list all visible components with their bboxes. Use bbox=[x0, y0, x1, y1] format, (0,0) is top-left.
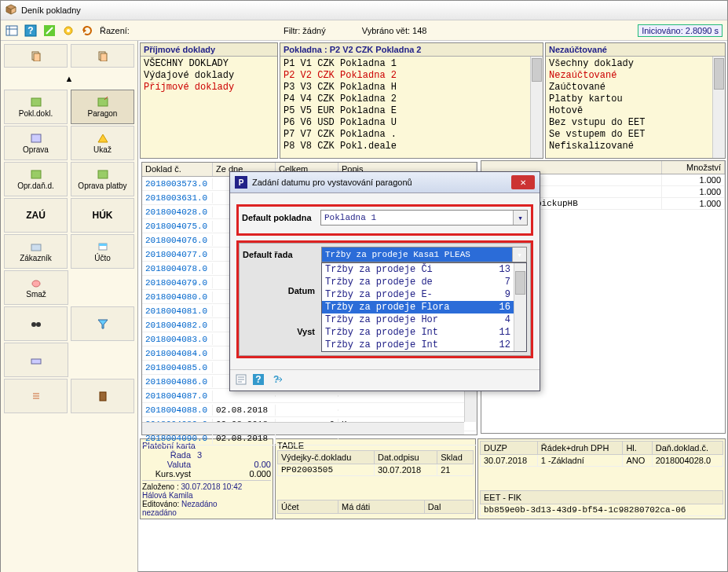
pokl-dokl-button[interactable]: Pokl.dokl. bbox=[4, 90, 68, 124]
doc-type-item[interactable]: Příjmové doklady bbox=[144, 82, 274, 94]
copy-left-button[interactable] bbox=[4, 44, 68, 68]
copy-right-button[interactable] bbox=[71, 44, 134, 68]
chevron-down-icon[interactable]: ▾ bbox=[513, 211, 527, 225]
forward-help-icon[interactable]: ? bbox=[269, 373, 284, 387]
svg-point-27 bbox=[36, 322, 41, 327]
pokladna-item[interactable]: P6 V6 USD Pokladna U bbox=[284, 117, 540, 129]
status-item[interactable]: Hotově bbox=[549, 105, 722, 117]
huk-button[interactable]: HÚK bbox=[71, 198, 134, 233]
editovano-value: Nezadáno bbox=[181, 500, 218, 508]
filter-button[interactable] bbox=[71, 306, 134, 341]
selected-count: Vybráno vět: 148 bbox=[362, 26, 427, 35]
scrollbar-v[interactable] bbox=[514, 263, 526, 351]
edit-button[interactable] bbox=[4, 343, 68, 377]
svg-rect-29 bbox=[31, 359, 41, 364]
dropdown-option[interactable]: Tržby za prodeje E-9 bbox=[322, 288, 526, 301]
oprava-button[interactable]: Oprava bbox=[4, 126, 68, 160]
hl-value: ANO bbox=[623, 455, 652, 467]
ucet-header: Účet bbox=[278, 500, 338, 514]
help-icon[interactable]: ? bbox=[24, 24, 37, 37]
status-item[interactable]: Nezaúčtované bbox=[549, 70, 722, 82]
editovano-label: Editováno: bbox=[142, 500, 179, 508]
paragon-button[interactable]: Paragon bbox=[71, 90, 134, 124]
smaz-button[interactable]: Smaž bbox=[4, 270, 68, 305]
ukaz-button[interactable]: Ukaž bbox=[71, 126, 134, 160]
refresh-icon[interactable] bbox=[81, 24, 93, 37]
datum-label: Datum bbox=[243, 286, 321, 295]
status-item[interactable]: Všechny doklady bbox=[549, 58, 722, 70]
default-rada-combo[interactable]: Tržby za prodeje Kasa1 PLEAS ▾ bbox=[321, 247, 527, 262]
svg-rect-24 bbox=[99, 244, 107, 246]
dropdown-option[interactable]: Tržby za prodeje Int11 bbox=[322, 326, 526, 339]
svg-rect-30 bbox=[100, 392, 106, 401]
pokladna-item[interactable]: P1 V1 CZK Pokladna 1 bbox=[284, 58, 540, 70]
vyst-label: Vyst bbox=[243, 327, 321, 336]
default-pokladna-label: Default pokladna bbox=[242, 213, 320, 222]
pokladna-item[interactable]: P7 V7 CZK Pokladna . bbox=[284, 129, 540, 141]
scrollbar-v[interactable] bbox=[712, 57, 725, 158]
close-icon[interactable]: ✕ bbox=[511, 175, 535, 189]
pokladna-item[interactable]: P8 V8 CZK Pokl.deale bbox=[284, 141, 540, 152]
main-toolbar: ? Řazení: Filtr: žádný Vybráno vět: 148 … bbox=[1, 20, 727, 41]
gear-icon[interactable] bbox=[62, 24, 75, 37]
chevron-down-icon[interactable]: ▾ bbox=[512, 248, 526, 262]
sort-label[interactable]: Řazení: bbox=[100, 26, 130, 35]
radek-header: Řádek+druh DPH bbox=[537, 442, 623, 455]
table-row[interactable]: 2018004088.002.08.2018 bbox=[142, 403, 477, 417]
doc-type-item[interactable]: VŠECHNY DOKLADY bbox=[144, 58, 274, 70]
default-pokladna-combo[interactable]: Pokladna 1 ▾ bbox=[320, 210, 528, 226]
pokladna-item[interactable]: P5 V5 EUR Pokladna E bbox=[284, 105, 540, 117]
duzp-value: 30.07.2018 bbox=[481, 455, 538, 467]
status-item[interactable]: Platby kartou bbox=[549, 94, 722, 105]
dropdown-option[interactable]: Tržby za prodeje Flora16 bbox=[322, 301, 526, 314]
scrollbar-h[interactable] bbox=[142, 422, 464, 434]
dropdown-option[interactable]: Tržby za prodeje Či13 bbox=[322, 263, 526, 276]
oprava-platby-button[interactable]: Oprava platby bbox=[71, 162, 134, 196]
dat-odpisu-value: 30.07.2018 bbox=[375, 464, 437, 476]
zakaznik-button[interactable]: Zákazník bbox=[4, 234, 68, 269]
ucto-button[interactable]: Účto bbox=[71, 234, 134, 269]
status-item[interactable]: Bez vstupu do EET bbox=[549, 117, 722, 129]
doc-type-item[interactable]: Výdajové doklady bbox=[144, 70, 274, 82]
status-item[interactable]: Zaúčtované bbox=[549, 82, 722, 94]
svg-rect-20 bbox=[31, 170, 41, 178]
eet-header: EET - FIK bbox=[481, 491, 723, 504]
dropdown-option[interactable]: Tržby za prodeje Hor4 bbox=[322, 314, 526, 326]
arrows-button[interactable] bbox=[4, 379, 68, 413]
window-titlebar: Deník pokladny bbox=[1, 1, 727, 20]
svg-marker-11 bbox=[83, 28, 86, 33]
vydejky-panel: TABLE Výdejky-č.dokladuDat.odpisuSklad P… bbox=[275, 438, 476, 519]
svg-rect-22 bbox=[31, 244, 41, 251]
opr-dan-button[interactable]: Opr.daň.d. bbox=[4, 162, 68, 196]
svg-rect-17 bbox=[98, 98, 108, 106]
dropdown-option[interactable]: Tržby za prodeje Int12 bbox=[322, 339, 526, 351]
table-icon[interactable] bbox=[5, 24, 18, 37]
scrollbar-v[interactable] bbox=[530, 57, 543, 158]
radek-value: 1 -Základní bbox=[537, 455, 623, 467]
pokladna-item[interactable]: P4 V4 CZK Pokladna 2 bbox=[284, 94, 540, 105]
pokladna-item[interactable]: P3 V3 CZK Pokladna H bbox=[284, 82, 540, 94]
zau-button[interactable]: ZAÚ bbox=[4, 198, 68, 233]
pencil-icon[interactable] bbox=[43, 24, 56, 37]
rada-dropdown-list[interactable]: Tržby za prodeje Či13Tržby za prodeje de… bbox=[321, 262, 527, 352]
svg-text:?: ? bbox=[255, 374, 261, 385]
status-item[interactable]: Nefiskalizované bbox=[549, 141, 722, 152]
qty-header[interactable]: Množství bbox=[662, 161, 725, 174]
svg-rect-18 bbox=[31, 134, 41, 142]
help-icon[interactable]: ? bbox=[252, 373, 265, 387]
platebni-karta-panel: Platební karta Řada3 Valuta0.00 Kurs.vys… bbox=[140, 438, 273, 519]
svg-rect-3 bbox=[6, 26, 17, 35]
default-rada-label: Default řada bbox=[243, 250, 321, 259]
note-icon[interactable] bbox=[235, 373, 247, 387]
dropdown-option[interactable]: Tržby za prodeje de7 bbox=[322, 276, 526, 288]
door-button[interactable] bbox=[71, 379, 134, 413]
pokladna-item[interactable]: P2 V2 CZK Pokladna 2 bbox=[284, 70, 540, 82]
status-header: Nezaúčtované bbox=[546, 43, 725, 57]
halova-value: Hálová Kamila bbox=[142, 491, 192, 500]
status-item[interactable]: Se vstupem do EET bbox=[549, 129, 722, 141]
col-doklad[interactable]: Doklad č. bbox=[142, 163, 213, 176]
nezadano-value: nezadáno bbox=[142, 508, 177, 517]
up-arrow-button[interactable]: ▲ bbox=[4, 69, 134, 88]
hl-header: Hl. bbox=[623, 442, 652, 455]
binoculars-button[interactable] bbox=[4, 306, 68, 341]
